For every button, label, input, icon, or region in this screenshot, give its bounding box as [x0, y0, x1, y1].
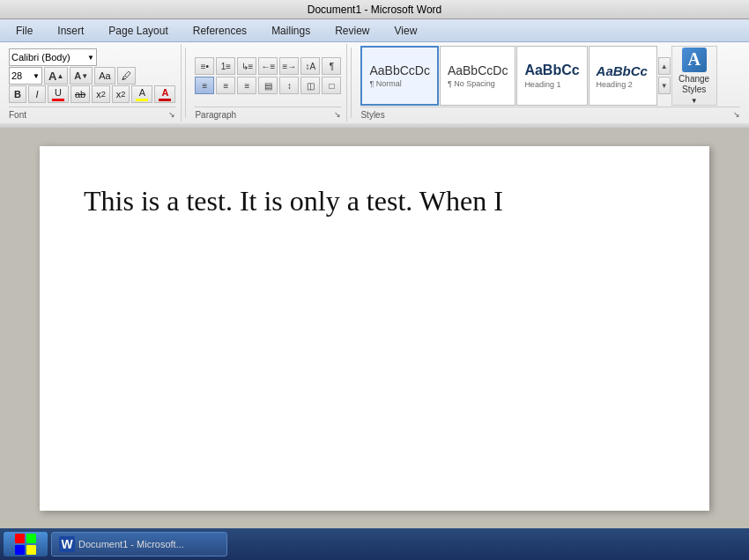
style-heading1-label: Heading 1	[524, 80, 560, 89]
title-bar: Document1 - Microsoft Word	[0, 0, 749, 19]
font-group-bottom: Font ↘	[9, 107, 175, 120]
font-group-label: Font	[9, 108, 26, 120]
separator-1	[185, 48, 186, 118]
styles-group-label: Styles	[360, 108, 384, 120]
document-page[interactable]: This is a test. It is only a test. When …	[40, 146, 709, 511]
start-button[interactable]	[4, 532, 48, 556]
ribbon-group-font: Calibri (Body) ▼ 28 ▼ A▲ A▼ Aa 🖊 B	[4, 44, 182, 122]
font-group-expand[interactable]: ↘	[168, 110, 175, 119]
ribbon-group-paragraph: ≡• 1≡ ↳≡ ←≡ ≡→ ↕A ¶ ≡ ≡ ≡ ▤ ↕ ◫ □	[189, 44, 347, 122]
svg-rect-3	[26, 545, 36, 555]
font-controls: Calibri (Body) ▼ 28 ▼ A▲ A▼ Aa 🖊 B	[9, 46, 175, 106]
tab-references[interactable]: References	[181, 19, 259, 41]
line-spacing-button[interactable]: ↕	[279, 77, 299, 94]
ribbon-content: Calibri (Body) ▼ 28 ▼ A▲ A▼ Aa 🖊 B	[0, 42, 749, 123]
style-heading2-text: AaBbCc	[597, 63, 648, 78]
font-size-arrow: ▼	[33, 72, 40, 80]
align-center-button[interactable]: ≡	[216, 77, 235, 94]
text-highlight-button[interactable]: A	[131, 85, 152, 103]
tab-insert[interactable]: Insert	[45, 19, 96, 41]
font-format-row: B I U ab x2 x2 A	[9, 85, 175, 103]
styles-scroll: ▲ ▼	[658, 57, 671, 94]
paragraph-buttons-container: ≡• 1≡ ↳≡ ←≡ ≡→ ↕A ¶ ≡ ≡ ≡ ▤ ↕ ◫ □	[195, 57, 341, 94]
style-normal[interactable]: AaBbCcDc ¶ Normal	[360, 46, 438, 106]
styles-gallery: AaBbCcDc ¶ Normal AaBbCcDc ¶ No Spacing …	[360, 46, 740, 106]
paragraph-group-expand[interactable]: ↘	[334, 110, 341, 119]
font-name-row: Calibri (Body) ▼	[9, 48, 175, 66]
multilevel-button[interactable]: ↳≡	[237, 57, 256, 75]
strikethrough-button[interactable]: ab	[70, 85, 90, 103]
styles-scroll-down[interactable]: ▼	[658, 77, 671, 94]
paragraph-group-bottom: Paragraph ↘	[195, 107, 341, 120]
bold-button[interactable]: B	[9, 85, 26, 103]
windows-logo-icon	[13, 532, 38, 556]
paragraph-group-label: Paragraph	[195, 108, 236, 120]
tab-page-layout[interactable]: Page Layout	[96, 19, 180, 41]
taskbar-word-label: Document1 - Microsoft...	[78, 539, 184, 549]
change-styles-arrow: ▼	[691, 97, 698, 105]
tab-view[interactable]: View	[382, 19, 430, 41]
word-icon-letter: W	[61, 537, 72, 551]
change-styles-label: ChangeStyles	[679, 74, 709, 95]
paragraph-row2: ≡ ≡ ≡ ▤ ↕ ◫ □	[195, 77, 341, 94]
change-styles-icon: A	[682, 48, 707, 72]
styles-group-bottom: Styles ↘	[360, 107, 740, 120]
underline-icon: U	[52, 87, 64, 101]
font-selectors: Calibri (Body) ▼ 28 ▼ A▲ A▼ Aa 🖊 B	[9, 48, 175, 103]
font-color-icon: A	[159, 87, 171, 101]
style-normal-text: AaBbCcDc	[369, 63, 429, 77]
highlight-color-bar	[136, 99, 148, 101]
ribbon-group-styles: AaBbCcDc ¶ Normal AaBbCcDc ¶ No Spacing …	[355, 44, 745, 122]
tab-mailings[interactable]: Mailings	[259, 19, 323, 41]
style-nospacing-label: ¶ No Spacing	[448, 79, 495, 88]
font-shrink-button[interactable]: A▼	[70, 67, 93, 85]
styles-controls: AaBbCcDc ¶ Normal AaBbCcDc ¶ No Spacing …	[360, 46, 740, 106]
align-left-button[interactable]: ≡	[195, 77, 214, 94]
font-size-row: 28 ▼ A▲ A▼ Aa 🖊	[9, 67, 175, 85]
clear-formatting-button[interactable]: 🖊	[117, 67, 136, 85]
justify-button[interactable]: ▤	[258, 77, 278, 94]
subscript-button[interactable]: x2	[92, 85, 110, 103]
style-nospacing[interactable]: AaBbCcDc ¶ No Spacing	[440, 46, 515, 106]
word-icon: W	[59, 536, 75, 552]
italic-button[interactable]: I	[28, 85, 46, 103]
show-paragraph-button[interactable]: ¶	[322, 57, 341, 75]
indent-decrease-button[interactable]: ←≡	[258, 57, 278, 75]
underline-color-bar	[52, 99, 64, 101]
separator-2	[351, 48, 352, 118]
styles-group-expand[interactable]: ↘	[733, 110, 740, 119]
paragraph-controls: ≡• 1≡ ↳≡ ←≡ ≡→ ↕A ¶ ≡ ≡ ≡ ▤ ↕ ◫ □	[195, 46, 341, 106]
style-heading1[interactable]: AaBbCc Heading 1	[516, 46, 587, 106]
svg-rect-0	[15, 534, 25, 543]
shading-button[interactable]: ◫	[300, 77, 320, 94]
tab-file[interactable]: File	[4, 19, 45, 41]
style-nospacing-text: AaBbCcDc	[448, 63, 508, 77]
tab-review[interactable]: Review	[323, 19, 382, 41]
indent-increase-button[interactable]: ≡→	[279, 57, 299, 75]
bullets-button[interactable]: ≡•	[195, 57, 214, 75]
numbering-button[interactable]: 1≡	[216, 57, 235, 75]
taskbar-word-button[interactable]: W Document1 - Microsoft...	[51, 532, 227, 556]
underline-button[interactable]: U	[48, 85, 69, 103]
font-color-button[interactable]: A	[154, 85, 175, 103]
paragraph-row1: ≡• 1≡ ↳≡ ←≡ ≡→ ↕A ¶	[195, 57, 341, 75]
svg-rect-1	[26, 534, 36, 543]
ribbon-tabs: File Insert Page Layout References Maili…	[0, 19, 749, 42]
font-grow-button[interactable]: A▲	[44, 67, 68, 85]
style-heading2-label: Heading 2	[597, 80, 633, 89]
style-heading2[interactable]: AaBbCc Heading 2	[589, 46, 657, 106]
border-button[interactable]: □	[322, 77, 341, 94]
change-case-button[interactable]: Aa	[94, 67, 115, 85]
align-right-button[interactable]: ≡	[237, 77, 256, 94]
document-area: This is a test. It is only a test. When …	[0, 129, 749, 528]
taskbar: W Document1 - Microsoft...	[0, 528, 749, 560]
font-name-dropdown[interactable]: Calibri (Body) ▼	[9, 48, 97, 66]
font-size-dropdown[interactable]: 28 ▼	[9, 67, 42, 85]
styles-scroll-up[interactable]: ▲	[658, 57, 671, 75]
change-styles-button[interactable]: A ChangeStyles ▼	[671, 46, 717, 106]
svg-rect-2	[15, 545, 25, 555]
document-content[interactable]: This is a test. It is only a test. When …	[84, 181, 665, 221]
style-heading1-text: AaBbCc	[524, 63, 579, 78]
sort-button[interactable]: ↕A	[300, 57, 320, 75]
superscript-button[interactable]: x2	[112, 85, 130, 103]
